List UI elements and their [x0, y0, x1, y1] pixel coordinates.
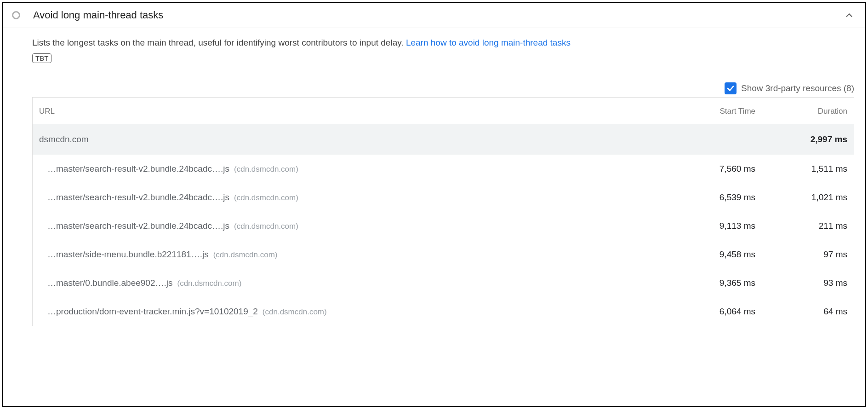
table-header: URL Start Time Duration [33, 98, 854, 124]
col-start-time: Start Time [673, 107, 755, 116]
start-time: 7,560 ms [673, 164, 755, 174]
duration: 1,511 ms [755, 164, 847, 174]
description-text: Lists the longest tasks on the main thre… [32, 38, 406, 47]
url-cell: …production/dom-event-tracker.min.js?v=1… [47, 307, 673, 317]
table-row[interactable]: …master/side-menu.bundle.b221181….js(cdn… [33, 240, 854, 269]
url-cell: …master/search-result-v2.bundle.24bcadc…… [47, 221, 673, 231]
tbt-badge: TBT [32, 53, 51, 63]
audit-description: Lists the longest tasks on the main thre… [32, 36, 854, 50]
group-total: 2,997 ms [755, 134, 847, 145]
learn-more-link[interactable]: Learn how to avoid long main-thread task… [406, 38, 571, 47]
duration: 64 ms [755, 307, 847, 317]
start-time: 9,458 ms [673, 249, 755, 260]
audit-header[interactable]: Avoid long main-thread tasks [3, 3, 865, 28]
url-path: …master/search-result-v2.bundle.24bcadc…… [47, 164, 229, 174]
url-path: …master/search-result-v2.bundle.24bcadc…… [47, 192, 229, 203]
col-url: URL [39, 107, 673, 116]
url-host: (cdn.dsmcdn.com) [234, 222, 298, 231]
url-host: (cdn.dsmcdn.com) [213, 250, 278, 260]
url-host: (cdn.dsmcdn.com) [234, 165, 298, 174]
url-host: (cdn.dsmcdn.com) [234, 193, 298, 203]
start-time: 9,365 ms [673, 278, 755, 288]
url-cell: …master/0.bundle.abee902….js(cdn.dsmcdn.… [47, 278, 673, 288]
status-circle-icon [12, 11, 20, 19]
third-party-label: Show 3rd-party resources (8) [741, 83, 854, 93]
group-name: dsmcdn.com [39, 134, 673, 145]
url-path: …master/search-result-v2.bundle.24bcadc…… [47, 221, 229, 231]
url-host: (cdn.dsmcdn.com) [177, 279, 242, 288]
start-time: 6,064 ms [673, 307, 755, 317]
table-row[interactable]: …production/dom-event-tracker.min.js?v=1… [33, 297, 854, 326]
third-party-toggle-row: Show 3rd-party resources (8) [32, 82, 854, 94]
start-time: 9,113 ms [673, 221, 755, 231]
start-time: 6,539 ms [673, 192, 755, 203]
url-cell: …master/search-result-v2.bundle.24bcadc…… [47, 164, 673, 174]
audit-panel: Avoid long main-thread tasks Lists the l… [2, 2, 866, 407]
url-path: …master/0.bundle.abee902….js [47, 278, 173, 288]
audit-body: Lists the longest tasks on the main thre… [3, 28, 865, 326]
table-row[interactable]: …master/search-result-v2.bundle.24bcadc…… [33, 212, 854, 240]
audit-title: Avoid long main-thread tasks [33, 9, 844, 21]
url-path: …master/side-menu.bundle.b221181….js [47, 249, 209, 260]
chevron-up-icon[interactable] [844, 10, 854, 20]
group-row[interactable]: dsmcdn.com 2,997 ms [33, 124, 854, 155]
url-path: …production/dom-event-tracker.min.js?v=1… [47, 307, 258, 317]
url-host: (cdn.dsmcdn.com) [263, 307, 327, 317]
duration: 211 ms [755, 221, 847, 231]
duration: 93 ms [755, 278, 847, 288]
table-row[interactable]: …master/search-result-v2.bundle.24bcadc…… [33, 183, 854, 212]
duration: 97 ms [755, 249, 847, 260]
url-cell: …master/side-menu.bundle.b221181….js(cdn… [47, 249, 673, 260]
third-party-checkbox[interactable] [725, 82, 737, 94]
url-cell: …master/search-result-v2.bundle.24bcadc…… [47, 192, 673, 203]
table-row[interactable]: …master/search-result-v2.bundle.24bcadc…… [33, 155, 854, 183]
duration: 1,021 ms [755, 192, 847, 203]
col-duration: Duration [755, 107, 847, 116]
tasks-table: URL Start Time Duration dsmcdn.com 2,997… [32, 97, 854, 326]
table-row[interactable]: …master/0.bundle.abee902….js(cdn.dsmcdn.… [33, 269, 854, 297]
